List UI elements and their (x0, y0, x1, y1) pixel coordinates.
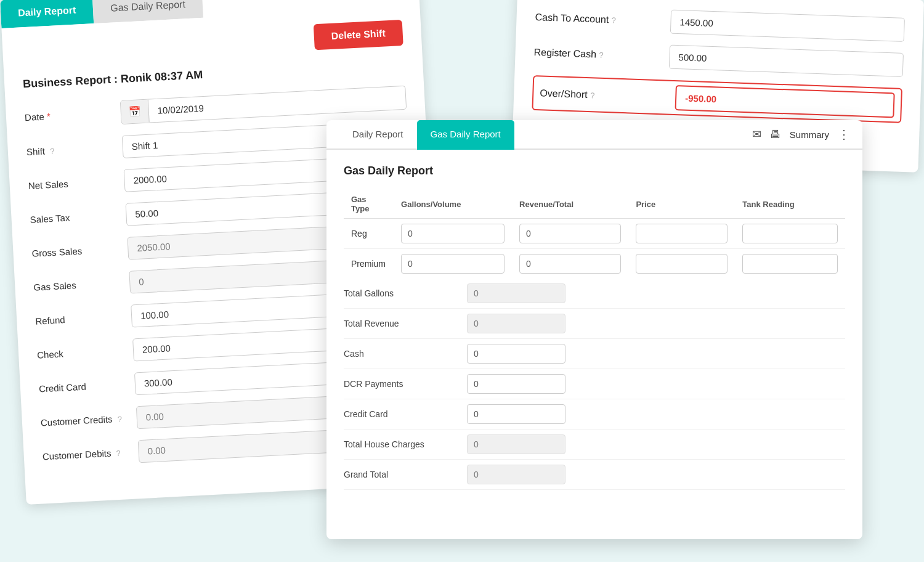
totals-readonly-value: 0 (467, 434, 565, 454)
cash-to-account-input[interactable] (670, 10, 905, 42)
over-short-input[interactable] (675, 85, 895, 118)
totals-readonly-value: 0 (467, 283, 565, 303)
totals-input-wrapper (467, 404, 565, 424)
tank-input[interactable] (742, 254, 838, 274)
totals-label: Credit Card (344, 409, 467, 419)
gallons-input[interactable] (401, 254, 505, 274)
col-tank: Tank Reading (735, 190, 845, 219)
customer-credits-label: Customer Credits ? (41, 413, 128, 428)
cash-to-account-row: Cash To Account ? (535, 5, 905, 42)
tab-actions: ✉ 🖶 Summary ⋮ (752, 127, 850, 142)
summary-label[interactable]: Summary (790, 129, 829, 140)
totals-input[interactable] (467, 404, 565, 424)
col-gallons: Gallons/Volume (394, 190, 512, 219)
gas-report-title: Gas Daily Report (344, 165, 845, 177)
tab-daily-report[interactable]: Daily Report (0, 0, 94, 28)
tank-cell (735, 219, 845, 249)
register-cash-label: Register Cash ? (533, 46, 657, 62)
revenue-cell (512, 219, 628, 249)
totals-row: Cash (344, 339, 845, 369)
totals-label: Total Revenue (344, 319, 467, 328)
gas-type-cell: Premium (344, 249, 394, 279)
price-cell (628, 219, 735, 249)
delete-shift-button[interactable]: Delete Shift (314, 20, 403, 50)
revenue-input[interactable] (519, 224, 621, 243)
more-options-icon[interactable]: ⋮ (838, 127, 850, 142)
report-subtitle: : Ronik 08:37 AM (114, 68, 203, 86)
totals-row: DCR Payments (344, 369, 845, 399)
shift-help-icon: ? (50, 147, 55, 156)
totals-row: Grand Total0 (344, 460, 845, 490)
totals-readonly-value: 0 (467, 314, 565, 333)
price-cell (628, 249, 735, 279)
gas-table: Gas Type Gallons/Volume Revenue/Total Pr… (344, 190, 845, 279)
register-cash-help-icon: ? (599, 50, 604, 59)
totals-input-wrapper (467, 374, 565, 394)
col-price: Price (628, 190, 735, 219)
shift-label: Shift ? (26, 142, 113, 157)
price-input[interactable] (636, 254, 727, 274)
col-gas-type: Gas Type (344, 190, 394, 219)
front-card-body: Gas Daily Report Gas Type Gallons/Volume… (326, 150, 862, 505)
tab-daily-report-front[interactable]: Daily Report (339, 120, 417, 150)
over-short-label: Over/Short ? (540, 88, 663, 103)
customer-debits-help-icon: ? (116, 449, 121, 458)
totals-row: Total House Charges0 (344, 430, 845, 460)
totals-input[interactable] (467, 344, 565, 364)
net-sales-label: Net Sales (28, 176, 115, 191)
totals-row: Total Gallons0 (344, 279, 845, 309)
cash-to-account-help-icon: ? (612, 15, 617, 25)
totals-label: DCR Payments (344, 379, 467, 389)
register-cash-input[interactable] (669, 45, 904, 77)
front-tab-bar: Daily Report Gas Daily Report ✉ 🖶 Summar… (326, 120, 862, 150)
email-icon[interactable]: ✉ (752, 128, 761, 141)
totals-readonly-value: 0 (467, 465, 565, 484)
totals-label: Total Gallons (344, 288, 467, 298)
calendar-icon: 📅 (121, 100, 150, 124)
revenue-cell (512, 249, 628, 279)
gas-table-row: Premium (344, 249, 845, 279)
sales-tax-label: Sales Tax (30, 210, 116, 225)
register-cash-row: Register Cash ? (533, 40, 904, 77)
gas-daily-report-card: Daily Report Gas Daily Report ✉ 🖶 Summar… (326, 120, 862, 539)
revenue-input[interactable] (519, 254, 621, 274)
check-label: Check (37, 345, 124, 360)
report-title-text: Business Report (23, 73, 111, 90)
gas-type-cell: Reg (344, 219, 394, 249)
totals-row: Total Revenue0 (344, 309, 845, 339)
totals-label: Cash (344, 349, 467, 359)
totals-row: Credit Card (344, 399, 845, 430)
totals-input[interactable] (467, 374, 565, 394)
price-input[interactable] (636, 224, 727, 243)
gross-sales-label: Gross Sales (31, 244, 118, 259)
totals-label: Grand Total (344, 470, 467, 479)
gallons-cell (394, 249, 512, 279)
col-revenue: Revenue/Total (512, 190, 628, 219)
gallons-input[interactable] (401, 224, 505, 243)
print-icon[interactable]: 🖶 (770, 128, 781, 141)
tank-input[interactable] (742, 224, 838, 243)
date-label: Date * (25, 108, 111, 123)
customer-credits-help-icon: ? (117, 415, 122, 424)
report-title: Business Report : Ronik 08:37 AM (22, 52, 405, 91)
over-short-row: Over/Short ? (532, 75, 902, 123)
gas-table-row: Reg (344, 219, 845, 249)
cash-to-account-label: Cash To Account ? (535, 11, 659, 26)
tank-cell (735, 249, 845, 279)
tab-gas-daily-report-front[interactable]: Gas Daily Report (417, 120, 514, 150)
required-asterisk: * (46, 111, 51, 121)
gas-totals-section: Total Gallons0Total Revenue0CashDCR Paym… (344, 279, 845, 490)
date-input-wrapper: 📅 10/02/2019 (120, 86, 407, 124)
customer-debits-label: Customer Debits ? (42, 447, 129, 462)
refund-label: Refund (35, 311, 122, 326)
credit-card-label: Credit Card (39, 379, 126, 394)
totals-input-wrapper (467, 344, 565, 364)
gallons-cell (394, 219, 512, 249)
over-short-help-icon: ? (590, 91, 595, 100)
date-value[interactable]: 10/02/2019 (148, 87, 406, 122)
totals-label: Total House Charges (344, 439, 467, 449)
gas-sales-label: Gas Sales (33, 277, 120, 292)
